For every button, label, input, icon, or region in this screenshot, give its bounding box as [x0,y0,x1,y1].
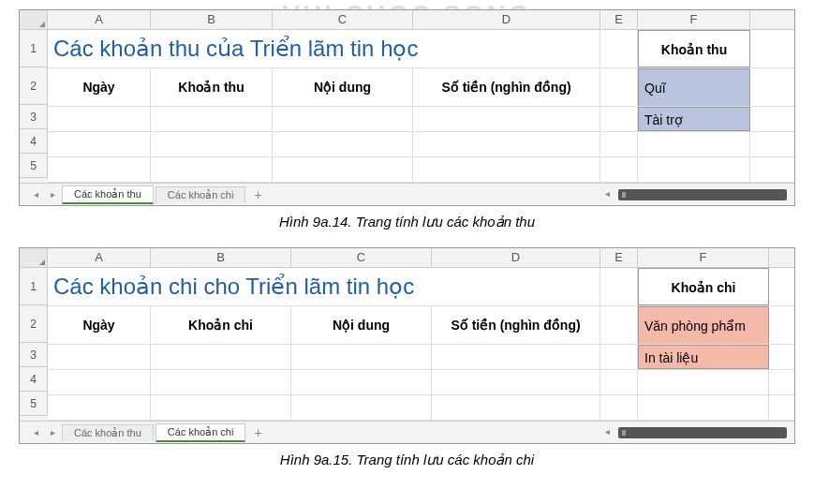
row-header-5[interactable]: 5 [20,392,48,416]
cell[interactable] [600,268,638,305]
row-header-4[interactable]: 4 [20,129,48,154]
cell[interactable] [413,107,600,131]
side-header[interactable]: Khoản chi [638,268,769,305]
cell[interactable] [413,132,600,156]
row-header-3[interactable]: 3 [20,343,48,367]
header-ngay[interactable]: Ngày [48,306,151,344]
cell[interactable] [600,68,638,106]
h-scrollbar[interactable] [618,189,787,200]
cell[interactable] [638,132,750,156]
col-header-D[interactable]: D [413,10,600,29]
cell[interactable] [600,30,638,67]
cell[interactable] [48,345,151,369]
cell[interactable] [600,306,638,344]
side-item[interactable]: Tài trợ [638,107,750,131]
col-header-A[interactable]: A [48,10,151,29]
row-headers: 1 2 3 4 5 [20,268,48,421]
h-scrollbar[interactable] [618,427,787,438]
cell[interactable] [48,370,151,394]
col-header-F[interactable]: F [638,10,750,29]
cell[interactable] [151,345,291,369]
col-header-A[interactable]: A [48,248,151,267]
cell[interactable] [273,157,413,182]
cell[interactable] [432,268,600,305]
cell[interactable] [432,370,600,394]
tab-chi[interactable]: Các khoản chi [155,186,246,203]
cell[interactable] [638,395,769,420]
cell[interactable] [600,345,638,369]
side-item[interactable]: Văn phòng phẩm [638,306,769,344]
cell[interactable] [413,30,600,67]
cell[interactable] [151,132,273,156]
cell[interactable] [151,370,291,394]
cell[interactable] [600,395,638,420]
cell[interactable] [432,395,600,420]
select-all-corner[interactable] [20,248,48,267]
col-header-E[interactable]: E [600,248,638,267]
add-sheet-icon[interactable]: + [246,185,269,204]
header-noidung[interactable]: Nội dung [291,306,432,344]
caption-1: Hình 9a.14. Trang tính lưu các khoản thu [19,214,795,230]
cell[interactable] [432,345,600,369]
col-header-E[interactable]: E [600,10,638,29]
nav-prev-icon[interactable]: ◂ [29,188,42,201]
cell[interactable] [600,107,638,131]
row-header-4[interactable]: 4 [20,367,48,392]
row-header-5[interactable]: 5 [20,154,48,178]
cell[interactable] [638,370,769,394]
nav-prev-icon[interactable]: ◂ [29,426,42,439]
col-header-D[interactable]: D [432,248,600,267]
row-header-3[interactable]: 3 [20,105,48,129]
cell[interactable] [48,107,151,131]
cell[interactable] [273,107,413,131]
cell[interactable] [151,107,273,131]
cell[interactable] [151,30,273,67]
header-ngay[interactable]: Ngày [48,68,151,106]
cell[interactable] [48,395,151,420]
cell[interactable] [151,268,291,305]
col-header-C[interactable]: C [291,248,432,267]
cell[interactable] [600,132,638,156]
cell[interactable] [600,370,638,394]
header-sotien[interactable]: Số tiền (nghìn đồng) [413,68,600,106]
cell[interactable] [273,30,413,67]
cell[interactable] [638,157,750,182]
header-noidung[interactable]: Nội dung [273,68,413,106]
row-header-2[interactable]: 2 [20,67,48,105]
cell[interactable] [291,268,432,305]
col-header-F[interactable]: F [638,248,769,267]
title-cell[interactable]: Các khoản thu của Triển lãm tin học [48,30,151,67]
tab-thu[interactable]: Các khoản thu [62,424,154,441]
cell[interactable] [151,395,291,420]
title-cell[interactable]: Các khoản chi cho Triển lãm tin học [48,268,151,305]
cell[interactable] [600,157,638,182]
cell[interactable] [151,157,273,182]
tab-chi[interactable]: Các khoản chi [155,423,246,442]
cell[interactable] [291,345,432,369]
col-header-C[interactable]: C [273,10,413,29]
cell[interactable] [291,370,432,394]
side-item[interactable]: Quĩ [638,68,750,106]
col-header-B[interactable]: B [151,10,273,29]
sheet-tabs: ◂ ▸ Các khoản thu Các khoản chi + [20,421,794,443]
cell[interactable] [413,157,600,182]
tab-thu[interactable]: Các khoản thu [62,185,154,204]
header-khoanchi[interactable]: Khoản chi [151,306,291,344]
col-header-B[interactable]: B [151,248,291,267]
select-all-corner[interactable] [20,10,48,29]
header-sotien[interactable]: Số tiền (nghìn đồng) [432,306,600,344]
cell[interactable] [48,157,151,182]
row-header-2[interactable]: 2 [20,305,48,343]
row-header-1[interactable]: 1 [20,268,48,305]
add-sheet-icon[interactable]: + [246,423,269,442]
row-header-1[interactable]: 1 [20,30,48,67]
nav-next-icon[interactable]: ▸ [46,188,59,201]
nav-next-icon[interactable]: ▸ [46,426,59,439]
cell[interactable] [48,132,151,156]
side-item[interactable]: In tài liệu [638,345,769,369]
side-header[interactable]: Khoản thu [638,30,750,67]
cell[interactable] [291,395,432,420]
spreadsheet-chi: A B C D E F 1 2 3 4 5 Các khoản chi cho … [19,247,795,444]
header-khoanthu[interactable]: Khoản thu [151,68,273,106]
cell[interactable] [273,132,413,156]
